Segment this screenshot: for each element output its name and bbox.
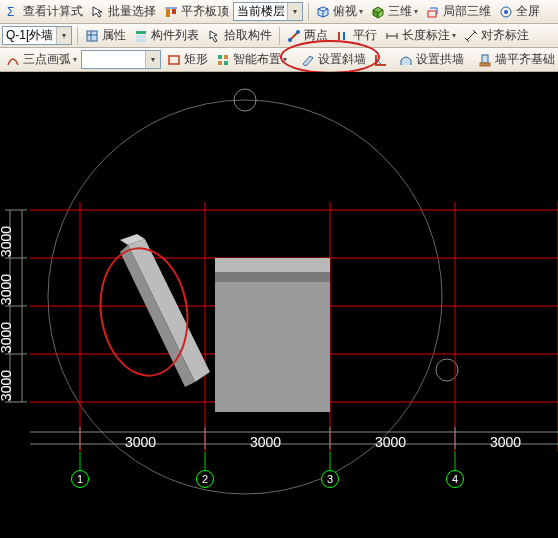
list-icon [133,28,149,44]
dim-v-3: 3000 [0,226,14,257]
smart-layout-label: 智能布置 [233,51,281,68]
length-dim-button[interactable]: 长度标注 ▾ [381,25,459,46]
svg-rect-27 [218,61,222,65]
arch-wall-label: 设置拱墙 [416,51,464,68]
cursor-icon [90,4,106,20]
axis-bubble-2: 2 [196,470,214,488]
rect-label: 矩形 [184,51,208,68]
wall-base-icon [477,52,493,68]
floor-combo[interactable]: 当前楼层 ▾ [233,2,303,21]
svg-marker-61 [215,272,330,282]
separator [308,3,309,21]
align-top-icon [163,4,179,20]
local-3d-icon [425,4,441,20]
align-top-label: 平齐板顶 [181,3,229,20]
chevron-down-icon[interactable]: ▾ [145,51,160,68]
svg-rect-11 [136,35,146,38]
slant-wall-button[interactable]: 设置斜墙 [297,49,369,70]
svg-marker-59 [215,272,330,412]
svg-text:Σ: Σ [7,5,14,19]
pick-icon [206,28,222,44]
sigma-icon: Σ [5,4,21,20]
svg-point-15 [296,30,300,34]
arch-wall-button[interactable]: 设置拱墙 [395,49,467,70]
two-point-icon [286,28,302,44]
view-3d-button[interactable]: 三维 ▾ [367,1,421,22]
smart-icon [215,52,231,68]
fullscreen-icon [498,4,514,20]
dim-h-0: 3000 [125,434,156,450]
svg-rect-4 [428,11,436,17]
wall-combo-text: Q-1[外墙 [6,27,56,44]
local-3d-button[interactable]: 局部三维 [422,1,494,22]
two-point-button[interactable]: 两点 [283,25,331,46]
axis-bubble-3: 3 [321,470,339,488]
view-formula-button[interactable]: Σ 查看计算式 [2,1,86,22]
chevron-down-icon: ▾ [414,7,418,16]
rect-button[interactable]: 矩形 [163,49,211,70]
pick-button[interactable]: 拾取构件 [203,25,275,46]
svg-marker-62 [128,239,210,382]
smart-layout-button[interactable]: 智能布置 ▾ [212,49,290,70]
two-point-label: 两点 [304,27,328,44]
arc-3pt-button[interactable]: 三点画弧 ▾ [2,49,80,70]
comp-list-button[interactable]: 构件列表 [130,25,202,46]
svg-rect-10 [136,31,146,34]
wall-combo[interactable]: Q-1[外墙 ▾ [2,26,72,45]
chevron-down-icon: ▾ [283,55,287,64]
length-dim-icon [384,28,400,44]
toolbar-row-2: Q-1[外墙 ▾ 属性 构件列表 拾取构件 两点 平行 长度标注 ▾ 对齐标注 [0,24,558,48]
wall-base-label: 墙平齐基础 [495,51,555,68]
chevron-down-icon[interactable]: ▾ [287,3,302,20]
align-dim-icon [463,28,479,44]
view-3d-label: 三维 [388,3,412,20]
props-icon [84,28,100,44]
comp-list-label: 构件列表 [151,27,199,44]
parallel-icon [335,28,351,44]
dim-h-2: 3000 [375,434,406,450]
slant-corner-button[interactable] [370,50,394,70]
full-screen-button[interactable]: 全屏 [495,1,543,22]
model-svg [0,72,558,538]
view-3d-icon [370,4,386,20]
length-dim-label: 长度标注 [402,27,450,44]
svg-marker-60 [215,258,330,272]
model-solid [120,234,330,412]
dim-v-0: 3000 [0,370,14,401]
chevron-down-icon[interactable]: ▾ [56,27,71,44]
iso-view-button[interactable]: 俯视 ▾ [312,1,366,22]
align-dim-label: 对齐标注 [481,27,529,44]
parallel-button[interactable]: 平行 [332,25,380,46]
axis-bubble-4: 4 [446,470,464,488]
chevron-down-icon: ▾ [452,31,456,40]
dim-v-1: 3000 [0,322,14,353]
dim-v-2: 3000 [0,274,14,305]
dim-h-3: 3000 [490,434,521,450]
svg-line-21 [467,32,475,40]
svg-rect-30 [482,55,488,63]
svg-rect-1 [166,9,170,17]
model-viewport[interactable]: 3000 3000 3000 3000 3000 3000 3000 3000 … [0,72,558,538]
svg-rect-7 [87,31,97,41]
color-combo[interactable]: ▾ [81,50,161,69]
svg-point-6 [504,10,508,14]
svg-rect-12 [136,39,146,42]
batch-select-button[interactable]: 批量选择 [87,1,159,22]
props-button[interactable]: 属性 [81,25,129,46]
rect-icon [166,52,182,68]
separator [77,27,78,45]
wall-base-button[interactable]: 墙平齐基础 [474,49,558,70]
align-top-button[interactable]: 平齐板顶 [160,1,232,22]
floor-combo-text: 当前楼层 [237,3,287,20]
slant-corner-icon [373,52,389,68]
toolbar-row-1: Σ 查看计算式 批量选择 平齐板顶 当前楼层 ▾ 俯视 ▾ 三维 ▾ 局部三维 … [0,0,558,24]
iso-view-label: 俯视 [333,3,357,20]
svg-rect-28 [224,61,228,65]
arch-icon [398,52,414,68]
separator [279,27,280,45]
align-dim-button[interactable]: 对齐标注 [460,25,532,46]
dim-h-1: 3000 [250,434,281,450]
svg-rect-26 [224,55,228,59]
view-formula-label: 查看计算式 [23,3,83,20]
full-screen-label: 全屏 [516,3,540,20]
